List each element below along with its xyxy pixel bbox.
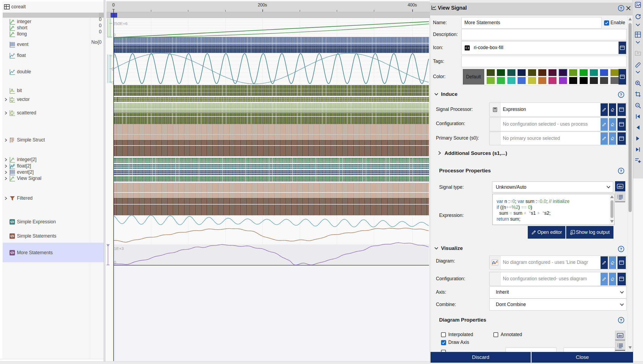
svg-text:abc: abc [618,334,622,337]
svg-text:abc: abc [618,185,622,188]
